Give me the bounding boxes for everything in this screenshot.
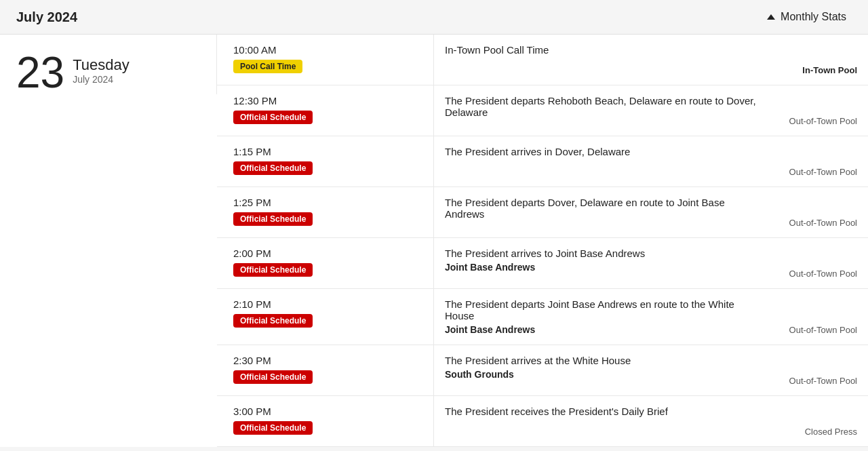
event-badge: Official Schedule — [233, 161, 313, 175]
event-badge: Official Schedule — [233, 212, 313, 226]
table-row: 1:25 PM Official Schedule The President … — [217, 187, 868, 238]
date-display: 23 Tuesday July 2024 — [16, 51, 200, 94]
event-title: The President departs Dover, Delaware en… — [445, 197, 762, 220]
events-list: 10:00 AM Pool Call Time In-Town Pool Cal… — [217, 35, 868, 447]
event-details-col: In-Town Pool Call Time — [434, 35, 773, 85]
event-time: 2:10 PM — [233, 298, 422, 310]
event-location: Joint Base Andrews — [445, 262, 762, 273]
month-year: July 2024 — [73, 74, 130, 85]
event-title: The President arrives in Dover, Delaware — [445, 146, 762, 157]
pool-label: Out-of-Town Pool — [789, 269, 857, 279]
page-title: July 2024 — [16, 9, 77, 25]
date-sidebar: 23 Tuesday July 2024 — [0, 35, 217, 94]
event-title: The President receives the President's D… — [445, 406, 762, 417]
event-title: The President arrives to Joint Base Andr… — [445, 248, 762, 259]
event-time: 10:00 AM — [233, 44, 422, 56]
event-pool-col: Out-of-Town Pool — [773, 345, 868, 395]
date-text: Tuesday July 2024 — [73, 51, 130, 85]
date-number: 23 — [16, 51, 64, 94]
pool-label: Out-of-Town Pool — [789, 376, 857, 386]
table-row: 2:30 PM Official Schedule The President … — [217, 345, 868, 396]
event-badge: Official Schedule — [233, 314, 313, 328]
chevron-up-icon — [767, 14, 775, 20]
event-time-col: 3:00 PM Official Schedule — [217, 396, 434, 446]
event-time-col: 2:10 PM Official Schedule — [217, 289, 434, 345]
event-pool-col: Out-of-Town Pool — [773, 85, 868, 136]
event-time-col: 2:30 PM Official Schedule — [217, 345, 434, 395]
table-row: 12:30 PM Official Schedule The President… — [217, 85, 868, 136]
pool-label: Out-of-Town Pool — [789, 325, 857, 335]
event-pool-col: Out-of-Town Pool — [773, 187, 868, 237]
event-pool-col: Closed Press — [773, 396, 868, 446]
day-name: Tuesday — [73, 56, 130, 74]
event-details-col: The President arrives at the White House… — [434, 345, 773, 395]
page-header: July 2024 Monthly Stats — [0, 0, 868, 35]
table-row: 1:15 PM Official Schedule The President … — [217, 136, 868, 187]
event-details-col: The President departs Rehoboth Beach, De… — [434, 85, 773, 136]
event-pool-col: Out-of-Town Pool — [773, 289, 868, 345]
event-location: Joint Base Andrews — [445, 324, 762, 335]
event-title: The President arrives at the White House — [445, 355, 762, 366]
event-badge: Official Schedule — [233, 370, 313, 384]
event-time: 12:30 PM — [233, 95, 422, 106]
event-details-col: The President arrives to Joint Base Andr… — [434, 238, 773, 288]
event-details-col: The President departs Dover, Delaware en… — [434, 187, 773, 237]
event-details-col: The President arrives in Dover, Delaware — [434, 136, 773, 187]
event-pool-col: Out-of-Town Pool — [773, 238, 868, 288]
event-time: 1:25 PM — [233, 197, 422, 208]
event-time-col: 12:30 PM Official Schedule — [217, 85, 434, 136]
pool-label: Out-of-Town Pool — [789, 218, 857, 228]
event-time: 1:15 PM — [233, 146, 422, 157]
event-details-col: The President departs Joint Base Andrews… — [434, 289, 773, 345]
event-badge: Official Schedule — [233, 111, 313, 124]
content-wrapper: 23 Tuesday July 2024 10:00 AM Pool Call … — [0, 35, 868, 447]
table-row: 10:00 AM Pool Call Time In-Town Pool Cal… — [217, 35, 868, 85]
event-badge: Official Schedule — [233, 263, 313, 277]
event-title: In-Town Pool Call Time — [445, 44, 762, 56]
event-time-col: 1:15 PM Official Schedule — [217, 136, 434, 187]
monthly-stats-label: Monthly Stats — [781, 11, 846, 23]
event-badge: Pool Call Time — [233, 60, 302, 73]
monthly-stats-button[interactable]: Monthly Stats — [762, 8, 852, 26]
event-pool-col: Out-of-Town Pool — [773, 136, 868, 187]
event-time-col: 1:25 PM Official Schedule — [217, 187, 434, 237]
date-sidebar-wrapper: 23 Tuesday July 2024 — [0, 35, 217, 447]
event-time-col: 2:00 PM Official Schedule — [217, 238, 434, 288]
event-time: 2:30 PM — [233, 355, 422, 366]
pool-label: Closed Press — [805, 427, 857, 437]
event-title: The President departs Joint Base Andrews… — [445, 298, 762, 321]
event-time: 2:00 PM — [233, 248, 422, 259]
event-pool-col: In-Town Pool — [773, 35, 868, 85]
pool-label: Out-of-Town Pool — [789, 167, 857, 177]
event-badge: Official Schedule — [233, 421, 313, 435]
event-title: The President departs Rehoboth Beach, De… — [445, 95, 762, 118]
pool-label: In-Town Pool — [802, 65, 857, 75]
event-details-col: The President receives the President's D… — [434, 396, 773, 446]
event-location: South Grounds — [445, 369, 762, 380]
table-row: 2:00 PM Official Schedule The President … — [217, 238, 868, 289]
pool-label: Out-of-Town Pool — [789, 116, 857, 126]
table-row: 2:10 PM Official Schedule The President … — [217, 289, 868, 345]
event-time: 3:00 PM — [233, 406, 422, 417]
table-row: 3:00 PM Official Schedule The President … — [217, 396, 868, 447]
event-time-col: 10:00 AM Pool Call Time — [217, 35, 434, 85]
